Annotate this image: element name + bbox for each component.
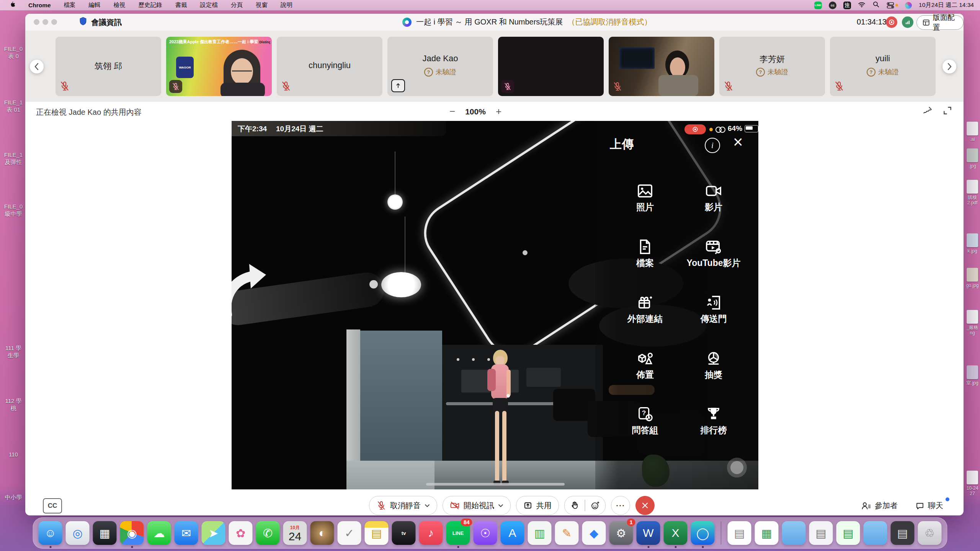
more-options-button[interactable]: ⋯ <box>611 496 630 515</box>
desktop-file[interactable]: .ai <box>965 122 980 142</box>
info-icon[interactable]: i <box>705 138 720 153</box>
share-button[interactable]: 共用 <box>516 496 559 515</box>
dock-excel-icon[interactable]: X <box>664 521 688 545</box>
chevron-down-icon[interactable] <box>498 504 503 507</box>
desktop-file[interactable]: 110 <box>1 451 26 458</box>
close-window-button[interactable] <box>34 19 39 25</box>
desktop-file[interactable]: 購核2.pdf <box>965 180 980 205</box>
desktop-file[interactable]: 10-2427 <box>965 471 980 496</box>
dock-music-icon[interactable]: ♪ <box>419 521 443 545</box>
participant-tile[interactable]: Jade Kao ?未驗證 <box>387 37 493 96</box>
dock-apple-tv-icon[interactable]: tv <box>392 521 416 545</box>
upload-item-portal[interactable]: 傳送門 <box>679 294 748 325</box>
desktop-file[interactable]: 112 學桃 <box>1 397 26 412</box>
desktop-file[interactable]: FILE_1及彈性 <box>1 151 26 166</box>
dock-spreadsheet-icon[interactable]: ▦ <box>755 521 779 545</box>
recording-indicator-icon[interactable] <box>886 16 897 28</box>
apple-menu-icon[interactable] <box>9 1 15 10</box>
menu-history[interactable]: 歷史記錄 <box>139 1 162 9</box>
dock-trash-icon[interactable]: ♲ <box>918 521 942 545</box>
upload-item-files[interactable]: 檔案 <box>611 238 679 269</box>
upload-item-photos[interactable]: 照片 <box>611 182 679 213</box>
dock-messages-icon[interactable]: ☁ <box>147 521 171 545</box>
participant-tile[interactable]: 2023蘋果Apple 傑出教育工作者……一起 i 學習 Distinguish… <box>166 37 272 96</box>
desktop-file[interactable]: go.jpg <box>965 268 980 288</box>
dock-reminders-icon[interactable]: ✓ <box>338 521 361 545</box>
dock-word-icon[interactable]: W <box>637 521 660 545</box>
upload-item-external-link[interactable]: 外部連結 <box>611 294 679 325</box>
layout-button[interactable]: 版面配置 <box>916 15 964 30</box>
minimize-window-button[interactable] <box>42 19 48 25</box>
menu-help[interactable]: 說明 <box>281 1 292 9</box>
dock-folder-2-icon[interactable] <box>864 521 887 545</box>
dock-pages-icon[interactable]: ✎ <box>555 521 579 545</box>
annotate-icon[interactable] <box>923 106 933 117</box>
desktop-file[interactable]: FILE_0級中學 <box>1 203 26 217</box>
input-method-icon[interactable]: 注 <box>843 2 851 9</box>
desktop-file[interactable]: 室.jpg <box>965 365 980 386</box>
upload-item-raffle[interactable]: 抽獎 <box>679 350 748 381</box>
dock-webex-icon[interactable]: ◯ <box>691 521 715 545</box>
desktop-file[interactable]: .jpg <box>965 148 980 169</box>
participant-tile[interactable]: yuili ?未驗證 <box>830 37 936 96</box>
participant-tile[interactable] <box>609 37 714 96</box>
siri-icon[interactable] <box>905 2 912 9</box>
joystick-control[interactable] <box>727 458 747 478</box>
menu-edit[interactable]: 編輯 <box>89 1 101 9</box>
dock-keynote-icon[interactable]: ◆ <box>582 521 606 545</box>
menubar-datetime[interactable]: 10月24日 週二 14:34 <box>919 1 974 9</box>
dock-line-icon[interactable]: LINE84 <box>446 521 470 545</box>
desktop-file[interactable]: FILE_0表 0 <box>1 45 26 60</box>
filmstrip-prev-button[interactable] <box>30 60 44 73</box>
spotlight-search-icon[interactable] <box>872 1 880 10</box>
desktop-file[interactable]: 中小學 <box>1 494 26 501</box>
dock-documents-stack-icon[interactable]: ▤ <box>809 521 833 545</box>
leave-meeting-button[interactable] <box>635 496 655 515</box>
desktop-file[interactable]: _嚴格ng <box>965 310 980 336</box>
dock-podcasts-icon[interactable]: ☉ <box>474 521 497 545</box>
menu-bookmarks[interactable]: 書籤 <box>175 1 187 9</box>
zoom-window-button[interactable] <box>51 19 57 25</box>
line-status-icon[interactable]: LINE <box>814 2 822 9</box>
participants-panel-button[interactable]: 參加者 <box>861 500 898 511</box>
dock-maps-icon[interactable]: ➤ <box>202 521 225 545</box>
dock-system-settings-icon[interactable]: ⚙1 <box>609 521 633 545</box>
dock-calendar-icon[interactable]: 10月24 <box>283 521 307 545</box>
wifi-icon[interactable] <box>858 1 866 10</box>
menu-app-name[interactable]: Chrome <box>28 2 51 9</box>
zoom-in-button[interactable]: + <box>496 106 501 117</box>
menu-view[interactable]: 檢視 <box>114 1 126 9</box>
upload-item-leaderboard[interactable]: 排行榜 <box>679 405 748 436</box>
dock-mail-icon[interactable]: ✉ <box>175 521 198 545</box>
start-video-button[interactable]: 開始視訊 <box>443 496 511 515</box>
zoom-out-button[interactable]: − <box>449 106 455 117</box>
dock-document-dark-icon[interactable]: ▤ <box>891 521 915 545</box>
dock-photo-booth-icon[interactable]: ◐ <box>310 521 334 545</box>
dock-document-1-icon[interactable]: ▤ <box>728 521 751 545</box>
dock-numbers-icon[interactable]: ▥ <box>528 521 552 545</box>
control-center-icon[interactable] <box>887 2 898 9</box>
dock-app-store-icon[interactable]: A <box>501 521 524 545</box>
participant-tile[interactable]: chunyingliu <box>277 37 382 96</box>
home-indicator[interactable] <box>426 483 565 486</box>
menu-file[interactable]: 檔案 <box>64 1 76 9</box>
creative-cloud-icon[interactable]: cc <box>829 2 836 9</box>
menu-tabs[interactable]: 分頁 <box>231 1 243 9</box>
menu-window[interactable]: 視窗 <box>256 1 268 9</box>
participant-tile[interactable]: 筑翎 邱 <box>56 37 161 96</box>
closed-captions-button[interactable]: CC <box>43 498 62 514</box>
screen-recording-indicator[interactable] <box>684 124 706 134</box>
dock-chrome-icon[interactable]: ◉ <box>120 521 144 545</box>
dock-launchpad-icon[interactable]: ▦ <box>93 521 117 545</box>
participant-tile[interactable] <box>498 37 604 96</box>
fullscreen-icon[interactable] <box>942 106 952 117</box>
upload-item-quiz[interactable]: ? 問答組 <box>611 405 679 436</box>
desktop-file[interactable]: 111 學生學 <box>1 344 26 359</box>
dock-facetime-icon[interactable]: ✆ <box>256 521 280 545</box>
unmute-button[interactable]: 取消靜音 <box>369 496 437 515</box>
desktop-file[interactable]: FILE_1表 01 <box>1 99 26 113</box>
upload-item-youtube[interactable]: YouTube影片 <box>679 238 748 269</box>
raise-hand-button[interactable] <box>565 496 585 515</box>
dock-folder-1-icon[interactable] <box>782 521 806 545</box>
dock-photos-icon[interactable]: ✿ <box>229 521 253 545</box>
